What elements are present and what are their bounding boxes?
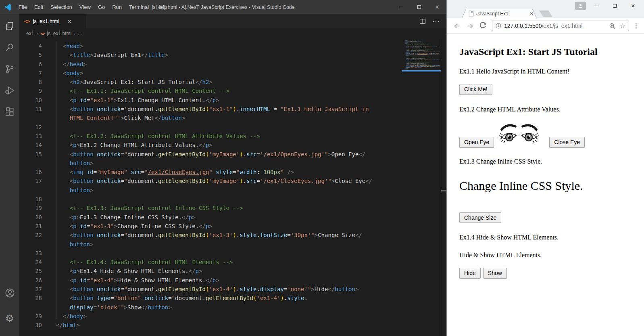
line-number: 22: [19, 231, 42, 239]
code-line[interactable]: 7<body>: [19, 69, 446, 78]
breadcrumb-file[interactable]: js_ex1.html: [47, 31, 71, 36]
code-line[interactable]: display='block'">Show</button>: [19, 303, 446, 312]
editor-tab-bar: <> js_ex1.html ✕ ···: [19, 14, 446, 28]
tab-close-icon[interactable]: ✕: [67, 18, 72, 25]
code-line[interactable]: 24<!-- Ex1.4: JavaScript control HTML El…: [19, 258, 446, 267]
code-line[interactable]: 19<!-- Ex1.3: JavaScript control Inline …: [19, 204, 446, 212]
menu-run[interactable]: Run: [108, 4, 125, 10]
line-number: 29: [19, 312, 42, 321]
code-line[interactable]: 18: [19, 195, 446, 204]
menu-view[interactable]: View: [76, 4, 94, 10]
split-editor-icon[interactable]: [419, 18, 426, 25]
line-number: 11: [19, 105, 42, 113]
minimize-button[interactable]: [592, 1, 600, 10]
code-lines: 4<head>5<title>JavaScript Ex1</title>6</…: [19, 42, 446, 330]
code-line[interactable]: 13<!-- Ex1.2: JavaScript control HTML At…: [19, 132, 446, 141]
browser-tab-title: JavaScript Ex1: [476, 11, 527, 17]
eye-demo-row: Open Eye: [459, 121, 642, 148]
menu-go[interactable]: Go: [94, 4, 108, 10]
breadcrumb-folder[interactable]: ex1: [26, 31, 34, 36]
code-line[interactable]: 10<p id="ex1-1">Ex1.1 Change HTML Conten…: [19, 96, 446, 105]
source-control-icon[interactable]: [0, 59, 19, 79]
new-tab-button[interactable]: [539, 10, 552, 17]
close-button[interactable]: ✕: [428, 0, 446, 14]
search-icon[interactable]: [0, 38, 19, 57]
reload-button[interactable]: [477, 21, 488, 31]
zoom-icon[interactable]: [609, 23, 616, 29]
close-eye-button[interactable]: Close Eye: [549, 137, 585, 148]
extensions-icon[interactable]: [0, 102, 19, 122]
browser-tab[interactable]: JavaScript Ex1 ✕: [462, 9, 537, 18]
code-line[interactable]: button>: [19, 240, 446, 249]
more-actions-icon[interactable]: ···: [432, 18, 440, 25]
tab-js-ex1[interactable]: <> js_ex1.html ✕: [19, 14, 86, 28]
account-icon[interactable]: [0, 283, 19, 302]
paragraph-ex1-4: Ex1.4 Hide & Show HTML Elements.: [459, 233, 642, 241]
line-number: [19, 303, 42, 312]
code-line[interactable]: 28<button type="button" onclick="documen…: [19, 294, 446, 302]
code-line[interactable]: 27<button onclick="document.getElementBy…: [19, 285, 446, 294]
minimap[interactable]: <head><title>JavaScript Ex1</title></hea…: [403, 40, 440, 70]
code-line[interactable]: 16<img id="myImage" src="/ex1/CloseEyes.…: [19, 168, 446, 176]
maximize-button[interactable]: [410, 0, 428, 14]
page-favicon-icon: [469, 10, 474, 17]
vscode-logo-icon: [4, 3, 12, 11]
code-line[interactable]: button>: [19, 159, 446, 168]
page-heading: JavaScript Ex1: Start JS Tutorial: [459, 46, 642, 58]
menu-file[interactable]: File: [15, 4, 31, 10]
code-line[interactable]: 11<button onclick='document.getElementBy…: [19, 105, 446, 113]
code-line[interactable]: 25<p>Ex1.4 Hide & Show HTML Elements.</p…: [19, 267, 446, 275]
line-number: [19, 159, 42, 168]
run-debug-icon[interactable]: [0, 81, 19, 100]
tab-close-icon[interactable]: ✕: [529, 11, 534, 17]
code-line[interactable]: 6</head>: [19, 60, 446, 69]
line-number: 16: [19, 168, 42, 176]
code-line[interactable]: 5<title>JavaScript Ex1</title>: [19, 50, 446, 59]
breadcrumb-more[interactable]: ...: [78, 31, 82, 36]
browser-window-controls: ✕: [592, 1, 637, 10]
menu-terminal[interactable]: Terminal: [125, 4, 152, 10]
code-line[interactable]: 12: [19, 123, 446, 132]
open-eye-button[interactable]: Open Eye: [459, 137, 494, 148]
address-bar[interactable]: 127.0.0.1:5500/ex1/js_ex1.html ☆: [492, 21, 629, 31]
forward-button[interactable]: [465, 21, 475, 31]
code-line[interactable]: HTML Content!"'>Click Me!</button>: [19, 113, 446, 122]
person-icon: [578, 3, 583, 8]
code-line[interactable]: 26<p id="ex1-4">Hide & Show HTML Element…: [19, 276, 446, 285]
line-number: [19, 240, 42, 249]
code-line[interactable]: 20<p>Ex1.3 Change Inline CSS Style.</p>: [19, 213, 446, 222]
code-line[interactable]: 8<h2>JavaScript Ex1: Start JS Tutorial</…: [19, 78, 446, 86]
profile-avatar[interactable]: [575, 2, 586, 10]
menu-edit[interactable]: Edit: [31, 4, 47, 10]
back-button[interactable]: [452, 21, 462, 31]
code-line[interactable]: 29</body>: [19, 312, 446, 321]
line-number: [19, 186, 42, 195]
code-line[interactable]: button>: [19, 186, 446, 195]
settings-gear-icon[interactable]: ⚙: [0, 309, 19, 328]
code-line[interactable]: 23: [19, 249, 446, 258]
show-button[interactable]: Show: [483, 268, 507, 279]
browser-menu-icon[interactable]: ⋮: [633, 22, 639, 29]
code-line[interactable]: 4<head>: [19, 42, 446, 50]
explorer-icon[interactable]: [0, 17, 19, 36]
maximize-button[interactable]: [611, 1, 619, 10]
bookmark-star-icon[interactable]: ☆: [620, 23, 625, 29]
url-host: 127.0.0.1:5500: [504, 23, 542, 29]
code-editor[interactable]: 4<head>5<title>JavaScript Ex1</title>6</…: [19, 39, 446, 336]
menu-selection[interactable]: Selection: [47, 4, 75, 10]
code-line[interactable]: 30</html>: [19, 321, 446, 330]
code-line[interactable]: 15<button onclick="document.getElementBy…: [19, 150, 446, 159]
minimize-button[interactable]: [392, 0, 410, 14]
code-line[interactable]: 22<button onclick="document.getElementBy…: [19, 231, 446, 239]
hide-button[interactable]: Hide: [459, 268, 481, 279]
click-me-button[interactable]: Click Me!: [459, 84, 492, 95]
code-line[interactable]: 21<p id="ex1-3">Change Inline CSS Style.…: [19, 222, 446, 231]
change-size-button[interactable]: Change Size: [459, 212, 501, 223]
info-icon[interactable]: [496, 23, 501, 29]
editor-scrollbar[interactable]: [441, 39, 446, 336]
line-number: 27: [19, 285, 42, 294]
close-button[interactable]: ✕: [629, 1, 637, 10]
code-line[interactable]: 17<button onclick="document.getElementBy…: [19, 176, 446, 185]
code-line[interactable]: 14<p>Ex1.2 Change HTML Attribute Values.…: [19, 141, 446, 149]
code-line[interactable]: 9<!-- Ex1.1: JavaScript control HTML Con…: [19, 86, 446, 95]
